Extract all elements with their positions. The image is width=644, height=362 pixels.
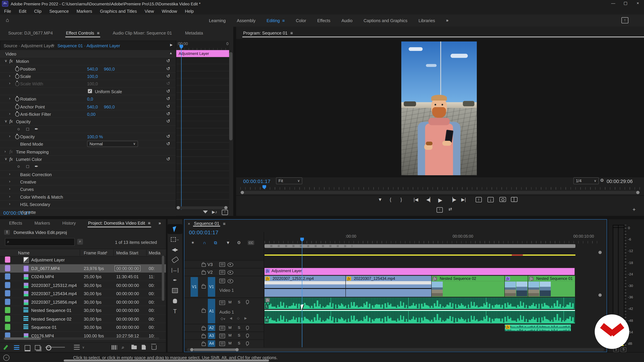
comparison-view-icon[interactable] [511, 197, 518, 202]
rect-mask-icon[interactable]: □ [26, 126, 29, 131]
reset-icon[interactable]: ↺ [166, 111, 170, 116]
column-header-framerate[interactable]: Frame Rate [84, 250, 107, 255]
label-color-swatch[interactable] [5, 324, 10, 330]
effect-row[interactable]: › fx Rotation 0,0 ∨ ○ □ ✒ ↺ ▲ [0, 95, 176, 103]
expander-icon[interactable]: › [9, 179, 10, 183]
workspace-tab[interactable]: Libraries ≡ [418, 18, 435, 23]
workspace-tab[interactable]: Editing ≡ [267, 18, 285, 23]
effect-ruler[interactable]: :00:00 0 [176, 40, 229, 50]
item-media-start[interactable]: 00:00:00:00 [116, 300, 139, 304]
param-value[interactable]: 100,0 [87, 74, 98, 79]
panel-tab[interactable]: Effects ≡ [9, 220, 22, 227]
ellipse-mask-icon[interactable]: ○ [17, 164, 20, 169]
panel-menu-icon[interactable]: ≡ [97, 30, 100, 35]
voiceover-mic-icon[interactable] [246, 334, 249, 337]
effect-row[interactable]: › fx Color Wheels & Match ∨ ○ □ ✒ ↺ ▲ [0, 193, 176, 201]
reset-icon[interactable]: ↺ [166, 156, 170, 162]
zoom-handle-right[interactable] [224, 206, 228, 209]
effect-timeline-lane[interactable]: :00:00 0 Adjustment Layer [176, 40, 229, 210]
gain-line[interactable] [264, 310, 575, 311]
expander-icon[interactable]: ∨ [4, 119, 7, 123]
reset-icon[interactable]: ↺ [166, 119, 170, 124]
solo-button[interactable]: S [620, 347, 626, 352]
find-icon[interactable]: ⌕ [122, 345, 124, 350]
sequence-clip-label[interactable]: Sequence 01 · Adjustment Layer [58, 43, 120, 48]
ripple-edit-tool[interactable]: ◀▸ [168, 245, 182, 255]
item-media-start[interactable]: 00:00:00:00 [116, 308, 139, 313]
param-value[interactable]: 540,0 [87, 66, 98, 71]
target-track-icon[interactable] [219, 326, 225, 330]
fx-badge[interactable]: fx [529, 277, 534, 281]
menu-item[interactable]: Graphics and Titles [100, 8, 137, 13]
mark-out-icon[interactable]: } [400, 197, 402, 202]
stopwatch-icon[interactable] [15, 104, 19, 109]
item-name[interactable]: DJI_0677.MP4 [31, 266, 60, 271]
blend-mode-select[interactable]: Normal∨ [87, 141, 138, 147]
effect-row[interactable]: fx ∨ ○ □ ✒ ↺ ▲ [0, 125, 176, 133]
track-header-v2[interactable]: V2 [184, 268, 264, 276]
h-scrollbar[interactable] [3, 337, 160, 340]
scroll-handle-right[interactable] [636, 191, 640, 194]
next-keyframe-icon[interactable]: ▶ [244, 317, 247, 320]
lift-icon[interactable]: ↑ [476, 197, 482, 202]
minimize-icon[interactable]: — [607, 0, 619, 7]
captions-icon[interactable]: CC [248, 241, 254, 245]
uniform-scale-checkbox[interactable]: ✓ [88, 89, 92, 93]
effect-row[interactable]: › fx Opacity 100,0 % ∨ ○ □ ✒ ↺ ▲ [0, 133, 176, 140]
zoom-slider[interactable] [45, 347, 65, 348]
expander-icon[interactable]: › [9, 134, 10, 138]
menu-item[interactable]: Help [185, 8, 194, 13]
filter-properties-icon[interactable] [203, 211, 208, 213]
add-keyframe-icon[interactable]: ◇ [237, 317, 240, 320]
workspace-tab[interactable]: Color ≡ [296, 18, 306, 23]
video-clip[interactable]: fx 20220307_125312.mp4 [264, 276, 346, 297]
label-color-swatch[interactable] [5, 273, 10, 280]
project-item-row[interactable]: Nested Sequence 01 30,00 fps 00:00:00:00… [0, 306, 166, 315]
stopwatch-icon[interactable] [15, 67, 19, 71]
solo-button[interactable]: S [237, 300, 242, 305]
effect-row[interactable]: fx Uniform Scale ✓ ∨ ○ □ ✒ ↺ ▲ [0, 88, 176, 95]
panel-tab[interactable]: Project: Domestika Video Edit ≡ [88, 220, 150, 227]
effect-row[interactable]: fx Position 540,0 960,0 ∨ ○ □ ✒ ↺ ▲ [0, 65, 176, 73]
video-clip[interactable]: fx 20220307_125434.mp4 [346, 276, 432, 297]
label-color-swatch[interactable] [5, 257, 10, 263]
label-color-swatch[interactable] [5, 299, 10, 305]
fx-badge[interactable]: fx [432, 277, 437, 281]
program-scrollbar[interactable] [240, 191, 640, 194]
add-marker-icon[interactable]: ▼ [378, 197, 382, 202]
pen-mask-icon[interactable]: ✒ [34, 126, 38, 132]
bin-up-icon[interactable]: ↥ [4, 230, 10, 235]
add-marker-icon[interactable]: ▼ [226, 240, 230, 245]
column-header-name[interactable]: Name [18, 250, 30, 255]
stopwatch-icon[interactable] [15, 112, 19, 116]
fx-badge[interactable]: fx [265, 277, 270, 281]
chevron-down-icon[interactable]: ∨ [51, 43, 54, 47]
eye-icon[interactable] [228, 279, 233, 283]
menu-item[interactable]: Window [162, 8, 177, 13]
timeline-settings-icon[interactable]: ⚙ [237, 240, 241, 245]
find-in-project-icon[interactable]: ⌕ [77, 239, 83, 245]
slip-tool[interactable]: |↔| [168, 265, 182, 275]
expander-icon[interactable]: › [9, 81, 10, 85]
project-item-row[interactable]: 20220307_125856.mp4 30,00 fps 00:00:00:0… [0, 298, 166, 306]
param-value[interactable]: 100,0 [87, 81, 98, 86]
work-area-bar[interactable] [264, 244, 576, 248]
h-scroll-thumb[interactable] [4, 337, 41, 340]
keyframe-type-icon[interactable]: ◇∨ [220, 317, 226, 321]
workspace-tab[interactable]: Captions and Graphics ≡ [364, 18, 408, 23]
item-name[interactable]: C0249.MP4 [31, 274, 54, 279]
lock-icon[interactable] [202, 343, 206, 346]
audio-clip-a2[interactable]: fx [505, 324, 572, 331]
track-header-v3[interactable]: V3 [184, 260, 264, 269]
timeline-ruler[interactable]: :00:00 00:00:05:00 00:00:10:00 [264, 232, 597, 244]
fx-badge[interactable]: fx [506, 325, 510, 329]
effect-row[interactable]: ∨ fx Motion ∨ ○ □ ✒ ↺ ▲ [0, 58, 176, 65]
snap-icon[interactable]: ∩ [203, 240, 206, 245]
zoom-handle-right[interactable] [235, 348, 239, 352]
extract-icon[interactable]: ↓ [488, 197, 494, 202]
video-clip[interactable]: fx Nested Sequence 01 [528, 276, 576, 297]
scrollbar[interactable] [162, 256, 164, 301]
program-timecode[interactable]: 00:00:01:17 [243, 178, 270, 184]
track-name[interactable]: Audio 1 [219, 310, 234, 314]
panel-tab[interactable]: Effect Controls ≡ [66, 30, 100, 37]
